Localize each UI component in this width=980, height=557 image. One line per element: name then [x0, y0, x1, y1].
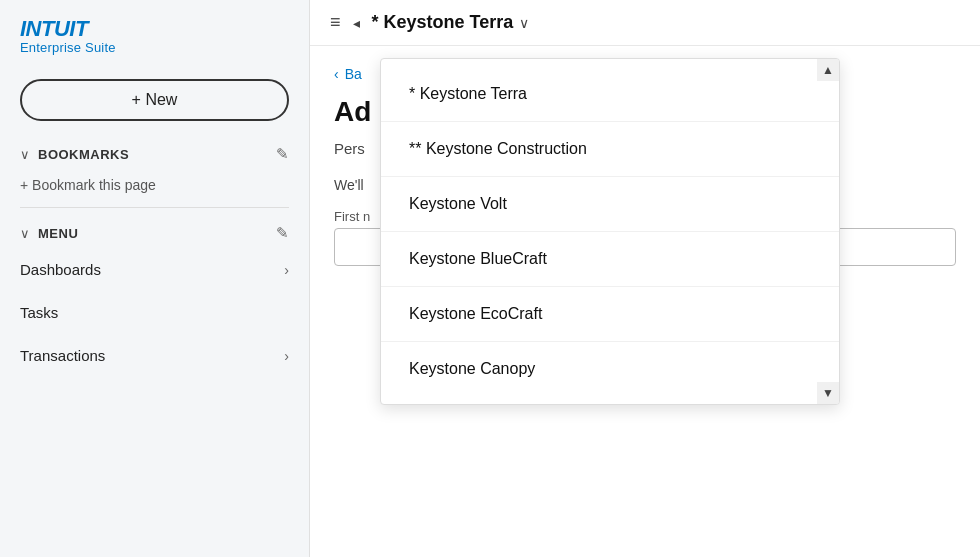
menu-item-tasks-label: Tasks	[20, 304, 58, 321]
menu-title: MENU	[38, 226, 78, 241]
new-button[interactable]: + New	[20, 79, 289, 121]
company-selector[interactable]: * Keystone Terra ∨	[372, 12, 530, 33]
dropdown-scroll-up-button[interactable]: ▲	[817, 59, 839, 81]
intuit-logo: INTUIT	[20, 18, 289, 40]
back-icon[interactable]: ◂	[353, 15, 360, 31]
dropdown-item-keystone-construction[interactable]: ** Keystone Construction	[381, 122, 839, 177]
dashboards-arrow-icon: ›	[284, 262, 289, 278]
company-dropdown: ▲ * Keystone Terra ** Keystone Construct…	[380, 58, 840, 405]
menu-header[interactable]: ∨ MENU ✎	[20, 214, 289, 248]
dropdown-item-keystone-ecocraft[interactable]: Keystone EcoCraft	[381, 287, 839, 342]
menu-item-transactions[interactable]: Transactions ›	[0, 334, 309, 377]
dropdown-item-keystone-canopy[interactable]: Keystone Canopy	[381, 342, 839, 396]
logo-area: INTUIT Enterprise Suite	[0, 0, 309, 69]
company-dropdown-arrow-icon: ∨	[519, 15, 529, 31]
bookmarks-header[interactable]: ∨ BOOKMARKS ✎	[20, 135, 289, 169]
dropdown-item-keystone-bluecraft[interactable]: Keystone BlueCraft	[381, 232, 839, 287]
bookmarks-section: ∨ BOOKMARKS ✎ + Bookmark this page	[0, 135, 309, 201]
new-button-wrap: + New	[0, 69, 309, 135]
menu-item-dashboards[interactable]: Dashboards ›	[0, 248, 309, 291]
hamburger-icon[interactable]: ≡	[330, 12, 341, 33]
menu-chevron-icon: ∨	[20, 226, 30, 241]
bookmarks-chevron-icon: ∨	[20, 147, 30, 162]
logo-subtitle: Enterprise Suite	[20, 40, 289, 55]
main-area: ≡ ◂ * Keystone Terra ∨ ‹ Ba Ad Pers We'l…	[310, 0, 980, 557]
topbar: ≡ ◂ * Keystone Terra ∨	[310, 0, 980, 46]
company-name: * Keystone Terra	[372, 12, 514, 33]
back-link-text: Ba	[345, 66, 362, 82]
menu-item-dashboards-label: Dashboards	[20, 261, 101, 278]
back-link-chevron-icon: ‹	[334, 66, 339, 82]
bookmarks-title: BOOKMARKS	[38, 147, 129, 162]
transactions-arrow-icon: ›	[284, 348, 289, 364]
sidebar: INTUIT Enterprise Suite + New ∨ BOOKMARK…	[0, 0, 310, 557]
bookmark-add-link[interactable]: + Bookmark this page	[20, 169, 289, 201]
dropdown-scroll-down-button[interactable]: ▼	[817, 382, 839, 404]
sidebar-divider	[20, 207, 289, 208]
dropdown-item-keystone-terra[interactable]: * Keystone Terra	[381, 67, 839, 122]
dropdown-scroll-area[interactable]: * Keystone Terra ** Keystone Constructio…	[381, 59, 839, 404]
menu-item-tasks[interactable]: Tasks	[0, 291, 309, 334]
menu-item-transactions-label: Transactions	[20, 347, 105, 364]
bookmarks-edit-icon[interactable]: ✎	[276, 145, 289, 163]
menu-edit-icon[interactable]: ✎	[276, 224, 289, 242]
menu-section: ∨ MENU ✎	[0, 214, 309, 248]
dropdown-item-keystone-volt[interactable]: Keystone Volt	[381, 177, 839, 232]
